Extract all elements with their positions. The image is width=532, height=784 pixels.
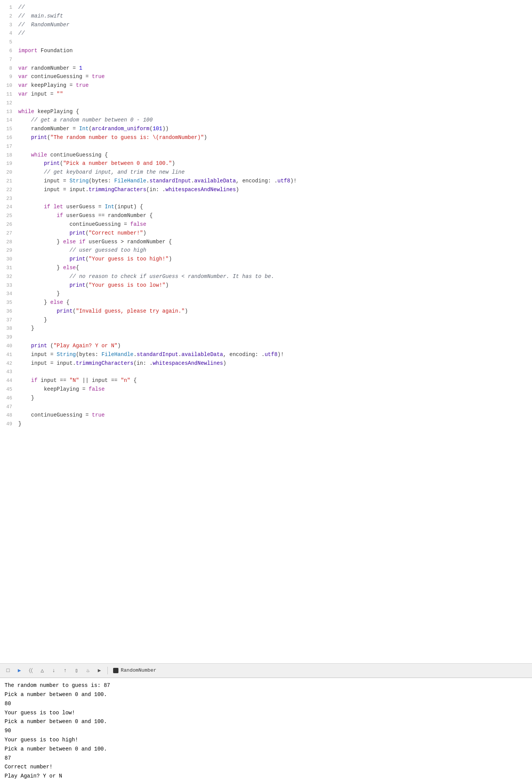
code-line: 45 keepPlaying = false (0, 385, 532, 394)
code-line: 9var continueGuessing = true (0, 72, 532, 81)
breakpoint-icon[interactable]: △ (38, 666, 46, 675)
line-number: 45 (0, 386, 18, 394)
line-number: 13 (0, 108, 18, 116)
code-line: 48 continueGuessing = true (0, 411, 532, 420)
line-number: 49 (0, 420, 18, 428)
line-content (18, 333, 532, 341)
code-line: 40 print ("Play Again? Y or N") (0, 342, 532, 350)
line-content: // get keyboard input, and trim the new … (18, 168, 532, 176)
code-line: 6import Foundation (0, 46, 532, 55)
code-line: 42 input = input.trimmingCharacters(in: … (0, 359, 532, 368)
upload-icon[interactable]: ↑ (61, 666, 69, 675)
line-number: 8 (0, 65, 18, 73)
code-line: 31 } else{ (0, 263, 532, 272)
code-line: 17 (0, 142, 532, 151)
line-number: 32 (0, 273, 18, 281)
line-number: 44 (0, 377, 18, 385)
line-number: 46 (0, 394, 18, 402)
code-line: 30 print("Your guess is too high!") (0, 255, 532, 263)
line-content: } (18, 394, 532, 402)
line-number: 19 (0, 160, 18, 168)
line-content: // (18, 3, 532, 11)
line-content: print("Pick a number between 0 and 100."… (18, 159, 532, 168)
line-content: print("Your guess is too high!") (18, 255, 532, 263)
stop-icon[interactable]: □ (4, 666, 12, 675)
code-line: 14 // get a random number between 0 - 10… (0, 116, 532, 125)
code-line: 22 input = input.trimmingCharacters(in: … (0, 185, 532, 194)
code-line: 16 print("The random number to guess is:… (0, 133, 532, 142)
line-content: } else{ (18, 263, 532, 272)
line-number: 35 (0, 299, 18, 307)
line-content: // main.swift (18, 12, 532, 20)
line-number: 18 (0, 152, 18, 160)
line-content: while continueGuessing { (18, 151, 532, 159)
code-line: 20 // get keyboard input, and trim the n… (0, 168, 532, 177)
line-content (18, 367, 532, 376)
parallel-icon[interactable]: 〈〈 (27, 666, 35, 675)
code-line: 23 (0, 194, 532, 203)
console-output-line: 80 (5, 699, 527, 709)
line-number: 20 (0, 169, 18, 177)
run-icon[interactable]: ▶ (15, 666, 24, 675)
send-icon[interactable]: ▶ (95, 666, 104, 675)
code-line: 11var input = "" (0, 90, 532, 99)
line-number: 29 (0, 247, 18, 255)
code-line: 32 // no reason to check if userGuess < … (0, 272, 532, 281)
line-content: input = String(bytes: FileHandle.standar… (18, 177, 532, 185)
code-line: 1// (0, 3, 532, 12)
scheme-color-icon (113, 668, 118, 673)
line-content: if let userGuess = Int(input) { (18, 203, 532, 211)
code-area[interactable]: 1//2// main.swift3// RandomNumber4//5 6i… (0, 0, 532, 663)
line-number: 48 (0, 412, 18, 420)
code-line: 34 } (0, 289, 532, 298)
line-content: input = input.trimmingCharacters(in: .wh… (18, 185, 532, 194)
line-number: 1 (0, 4, 18, 12)
line-content: var randomNumber = 1 (18, 64, 532, 72)
line-content (18, 142, 532, 150)
line-content: print("The random number to guess is: \(… (18, 133, 532, 142)
code-line: 7 (0, 55, 532, 64)
scheme-label: RandomNumber (121, 667, 157, 675)
line-number: 26 (0, 221, 18, 229)
code-line: 15 randomNumber = Int(arc4random_uniform… (0, 125, 532, 133)
download-icon[interactable]: ↓ (50, 666, 58, 675)
console-output-line: Pick a number between 0 and 100. (5, 690, 527, 699)
line-number: 3 (0, 21, 18, 29)
line-content: randomNumber = Int(arc4random_uniform(10… (18, 125, 532, 133)
line-number: 15 (0, 125, 18, 133)
console-output-line: Correct number! (5, 763, 527, 772)
console-output-line: Your guess is too high! (5, 736, 527, 745)
line-number: 11 (0, 91, 18, 99)
layout-icon[interactable]: ▯ (72, 666, 81, 675)
line-content: // RandomNumber (18, 21, 532, 29)
share-icon[interactable]: ♨ (84, 666, 92, 675)
editor-container: 1//2// main.swift3// RandomNumber4//5 6i… (0, 0, 532, 784)
code-line: 12 (0, 99, 532, 107)
toolbar-separator (107, 667, 108, 674)
line-content: print ("Play Again? Y or N") (18, 342, 532, 350)
console-output-line: Play Again? Y or N (5, 772, 527, 781)
line-content: continueGuessing = true (18, 411, 532, 419)
code-line: 47 (0, 402, 532, 411)
line-content: var keepPlaying = true (18, 81, 532, 89)
line-content: input = input.trimmingCharacters(in: .wh… (18, 359, 532, 367)
code-line: 43 (0, 367, 532, 376)
console-output-line: 87 (5, 754, 527, 763)
line-content: if userGuess == randomNumber { (18, 211, 532, 220)
line-content (18, 402, 532, 411)
line-content: // no reason to check if userGuess < ran… (18, 272, 532, 281)
console-output-line: The random number to guess is: 87 (5, 681, 527, 690)
line-content: } else if userGuess > randomNumber { (18, 238, 532, 246)
line-number: 40 (0, 342, 18, 350)
code-line: 25 if userGuess == randomNumber { (0, 211, 532, 220)
line-number: 37 (0, 316, 18, 324)
line-content (18, 194, 532, 203)
line-number: 12 (0, 99, 18, 107)
code-line: 35 } else { (0, 298, 532, 307)
line-number: 38 (0, 325, 18, 333)
line-number: 2 (0, 13, 18, 21)
line-content: if input == "N" || input == "n" { (18, 376, 532, 385)
line-content (18, 38, 532, 46)
code-line: 26 continueGuessing = false (0, 220, 532, 229)
code-line: 2// main.swift (0, 12, 532, 21)
